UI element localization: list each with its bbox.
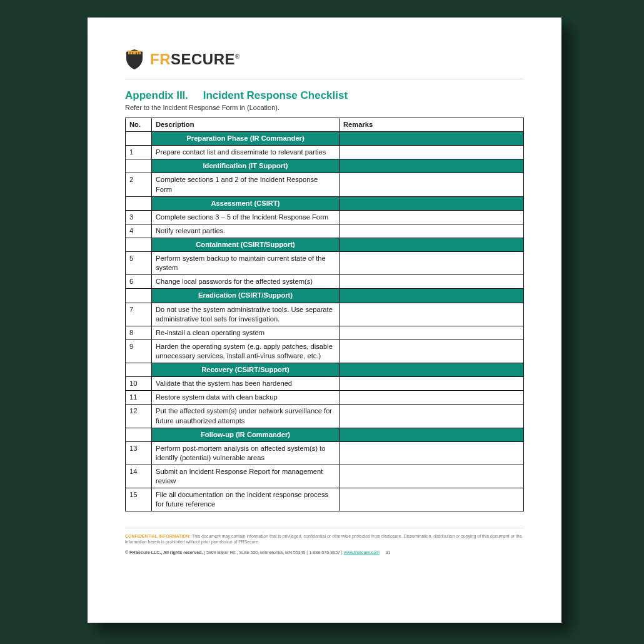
cell-desc: Complete sections 3 – 5 of the Incident …: [152, 210, 340, 224]
table-row: 4Notify relevant parties.: [126, 224, 524, 238]
logo-fr: FR: [150, 51, 171, 68]
table-row: 5Perform system backup to maintain curre…: [126, 252, 524, 275]
section-blank: [126, 196, 152, 210]
section-header: Follow-up (IR Commander): [126, 428, 524, 441]
table-row: 10Validate that the system has been hard…: [126, 377, 524, 391]
section-header: Eradication (CSIRT/Support): [126, 289, 524, 303]
cell-desc: Harden the operating system (e.g. apply …: [152, 340, 340, 363]
section-blank: [340, 363, 524, 377]
cell-desc: Change local passwords for the affected …: [152, 275, 340, 289]
table-row: 6Change local passwords for the affected…: [126, 275, 524, 289]
cell-rem: [340, 303, 524, 326]
cell-rem: [340, 275, 524, 289]
cell-no: 15: [126, 488, 152, 511]
cell-desc: Notify relevant parties.: [152, 224, 340, 238]
cell-rem: [340, 224, 524, 238]
section-blank: [340, 132, 524, 146]
cell-rem: [340, 391, 524, 405]
section-blank: [340, 289, 524, 303]
col-no: No.: [126, 118, 152, 132]
logo: FRSECURE®: [125, 49, 524, 70]
table-row: 11Restore system data with clean backup: [126, 391, 524, 405]
section-header: Assessment (CSIRT): [126, 196, 524, 210]
cell-desc: Submit an Incident Response Report for m…: [152, 465, 340, 488]
document-page: FRSECURE® Appendix III. Incident Respons…: [88, 18, 561, 623]
cell-rem: [340, 488, 524, 511]
section-header: Containment (CSIRT/Support): [126, 238, 524, 251]
table-row: 7Do not use the system administrative to…: [126, 303, 524, 326]
cell-desc: Put the affected system(s) under network…: [152, 405, 340, 428]
section-label: Preparation Phase (IR Commander): [152, 132, 340, 146]
section-blank: [126, 238, 152, 251]
checklist-table: No. Description Remarks Preparation Phas…: [125, 118, 524, 511]
footer-page: 31: [386, 550, 391, 555]
conf-label: CONFIDENTIAL INFORMATION:: [125, 534, 191, 538]
cell-no: 14: [126, 465, 152, 488]
col-rem: Remarks: [340, 118, 524, 132]
cell-no: 9: [126, 340, 152, 363]
section-blank: [126, 159, 152, 173]
cell-no: 4: [126, 224, 152, 238]
footer-copyright: © FRSecure LLC., All rights reserved.: [125, 550, 203, 555]
table-row: 9Harden the operating system (e.g. apply…: [126, 340, 524, 363]
cell-desc: Restore system data with clean backup: [152, 391, 340, 405]
table-row: 12Put the affected system(s) under netwo…: [126, 405, 524, 428]
section-blank: [340, 238, 524, 251]
cell-desc: Re-install a clean operating system: [152, 326, 340, 340]
cell-desc: Perform post-mortem analysis on affected…: [152, 441, 340, 465]
cell-desc: Do not use the system administrative too…: [152, 303, 340, 326]
cell-rem: [340, 465, 524, 488]
cell-rem: [340, 173, 524, 196]
cell-no: 13: [126, 441, 152, 465]
cell-rem: [340, 340, 524, 363]
section-blank: [340, 196, 524, 210]
section-blank: [340, 428, 524, 441]
table-row: 1Prepare contact list and disseminate to…: [126, 146, 524, 159]
page-title: Appendix III. Incident Response Checklis…: [125, 89, 524, 102]
cell-no: 2: [126, 173, 152, 196]
section-blank: [126, 428, 152, 441]
cell-rem: [340, 326, 524, 340]
section-blank: [340, 159, 524, 173]
cell-rem: [340, 405, 524, 428]
logo-sec: SECURE: [171, 51, 235, 68]
shield-icon: [125, 49, 144, 70]
table-row: 8Re-install a clean operating system: [126, 326, 524, 340]
cell-no: 8: [126, 326, 152, 340]
table-row: 3Complete sections 3 – 5 of the Incident…: [126, 210, 524, 224]
cell-desc: Complete sections 1 and 2 of the Inciden…: [152, 173, 340, 196]
section-blank: [126, 132, 152, 146]
section-label: Assessment (CSIRT): [152, 196, 340, 210]
cell-rem: [340, 210, 524, 224]
cell-no: 1: [126, 146, 152, 159]
table-row: 2Complete sections 1 and 2 of the Incide…: [126, 173, 524, 196]
cell-no: 3: [126, 210, 152, 224]
footer-link[interactable]: www.frsecure.com: [344, 550, 380, 555]
svg-rect-5: [128, 51, 141, 52]
appendix-label: Appendix III.: [125, 89, 188, 101]
section-label: Follow-up (IR Commander): [152, 428, 340, 441]
cell-no: 5: [126, 252, 152, 275]
cell-rem: [340, 146, 524, 159]
cell-no: 11: [126, 391, 152, 405]
cell-rem: [340, 441, 524, 465]
logo-text: FRSECURE®: [150, 51, 240, 68]
subtitle: Refer to the Incident Response Form in (…: [125, 104, 524, 111]
table-row: 15File all documentation on the incident…: [126, 488, 524, 511]
cell-desc: Validate that the system has been harden…: [152, 377, 340, 391]
title-text: Incident Response Checklist: [203, 89, 348, 101]
cell-rem: [340, 252, 524, 275]
cell-no: 6: [126, 275, 152, 289]
section-label: Containment (CSIRT/Support): [152, 238, 340, 251]
section-label: Eradication (CSIRT/Support): [152, 289, 340, 303]
cell-desc: File all documentation on the incident r…: [152, 488, 340, 511]
section-header: Preparation Phase (IR Commander): [126, 132, 524, 146]
section-header: Recovery (CSIRT/Support): [126, 363, 524, 377]
footer-rule: [125, 528, 524, 528]
table-header-row: No. Description Remarks: [126, 118, 524, 132]
section-label: Identification (IT Support): [152, 159, 340, 173]
footer-address: | 5909 Baker Rd., Suite 500, Minnetonka,…: [204, 550, 342, 555]
footer-line: © FRSecure LLC., All rights reserved. | …: [125, 550, 524, 555]
cell-no: 12: [126, 405, 152, 428]
header-rule: [125, 79, 524, 79]
